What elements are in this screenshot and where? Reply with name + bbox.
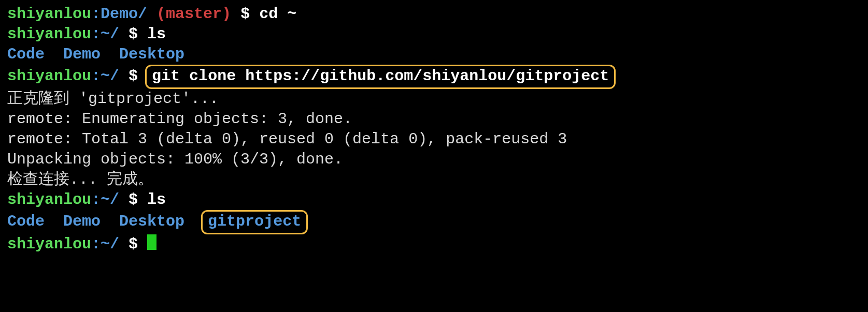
prompt-line-2: shiyanlou:~/ $ ls [7, 24, 861, 44]
prompt-dollar: $ [129, 67, 138, 85]
prompt-dollar: $ [129, 191, 138, 209]
ls-output-1: Code Demo Desktop [7, 44, 861, 65]
highlight-annotation: gitproject [201, 210, 308, 234]
command-input[interactable]: cd ~ [259, 5, 296, 23]
prompt-branch: (master) [156, 5, 231, 23]
dir-entry: Desktop [119, 213, 184, 230]
dir-entry: Demo [63, 46, 101, 63]
prompt-user: shiyanlou [7, 25, 91, 43]
git-output: 正克隆到 'gitproject'... [7, 89, 861, 109]
dir-entry: gitproject [208, 213, 301, 230]
prompt-path: ~/ [101, 191, 119, 209]
highlight-annotation: git clone https://github.com/shiyanlou/g… [145, 65, 616, 89]
prompt-colon: : [91, 67, 101, 85]
prompt-path: Demo/ [101, 5, 147, 23]
command-input[interactable]: ls [147, 25, 166, 43]
prompt-user: shiyanlou [7, 235, 91, 253]
prompt-colon: : [91, 191, 101, 209]
ls-output-2: Code Demo Desktop gitproject [7, 210, 861, 234]
git-output: remote: Total 3 (delta 0), reused 0 (del… [7, 129, 861, 150]
prompt-colon: : [91, 5, 101, 23]
dir-entry: Demo [63, 213, 101, 230]
command-input[interactable]: ls [147, 191, 166, 209]
dir-entry: Code [7, 46, 45, 63]
prompt-colon: : [91, 25, 101, 43]
git-output: remote: Enumerating objects: 3, done. [7, 109, 861, 129]
prompt-dollar: $ [129, 25, 138, 43]
prompt-line-5: shiyanlou:~/ $ [7, 234, 861, 255]
cursor-icon[interactable] [147, 234, 156, 250]
prompt-line-3: shiyanlou:~/ $ git clone https://github.… [7, 65, 861, 89]
prompt-dollar: $ [129, 235, 138, 253]
dir-entry: Code [7, 213, 45, 230]
command-input[interactable]: git clone https://github.com/shiyanlou/g… [152, 67, 609, 85]
prompt-path: ~/ [101, 25, 119, 43]
prompt-line-1: shiyanlou:Demo/ (master) $ cd ~ [7, 4, 861, 24]
prompt-path: ~/ [101, 235, 119, 253]
prompt-path: ~/ [101, 67, 119, 85]
prompt-colon: : [91, 235, 101, 253]
prompt-user: shiyanlou [7, 191, 91, 209]
prompt-user: shiyanlou [7, 67, 91, 85]
dir-entry: Desktop [119, 46, 184, 63]
prompt-line-4: shiyanlou:~/ $ ls [7, 190, 861, 210]
git-output: Unpacking objects: 100% (3/3), done. [7, 150, 861, 170]
git-output: 检查连接... 完成。 [7, 170, 861, 190]
prompt-dollar: $ [240, 5, 250, 23]
prompt-user: shiyanlou [7, 5, 91, 23]
